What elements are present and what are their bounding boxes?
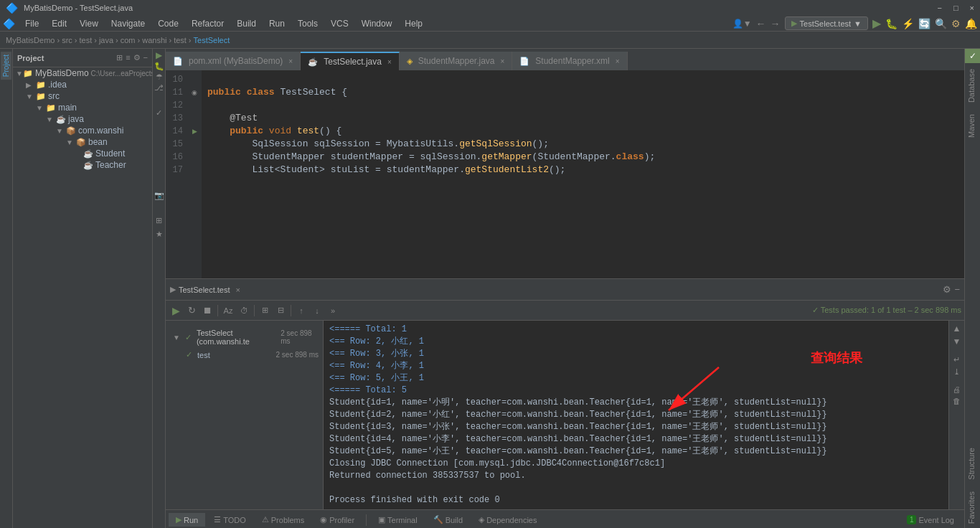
menu-build[interactable]: Build bbox=[231, 17, 262, 30]
settings-button[interactable]: ⚙ bbox=[951, 18, 961, 29]
git-sidebar-btn[interactable]: ⎇ bbox=[154, 83, 164, 93]
minimize-button[interactable]: − bbox=[937, 4, 941, 12]
search-everywhere[interactable]: 🔍 bbox=[935, 18, 947, 29]
favorites-sidebar-btn[interactable]: ★ bbox=[156, 230, 163, 239]
collapse-btn[interactable]: ⊟ bbox=[273, 306, 288, 315]
nav-back-icon[interactable]: ← bbox=[756, 18, 766, 29]
clear-btn[interactable]: 🗑 bbox=[953, 397, 961, 405]
close-button[interactable]: × bbox=[970, 4, 974, 12]
project-close-btn[interactable]: − bbox=[143, 53, 148, 62]
tab-studentmapper-java[interactable]: ◈ StudentMapper.java × bbox=[400, 52, 513, 70]
test-class-item[interactable]: ▼ ✓ TestSelect (com.wanshi.te 2 sec 898 … bbox=[166, 326, 323, 348]
expand-btn[interactable]: ⊞ bbox=[258, 306, 272, 315]
menu-refactor[interactable]: Refactor bbox=[186, 17, 230, 30]
menu-vcs[interactable]: VCS bbox=[325, 17, 354, 30]
menu-view[interactable]: View bbox=[74, 17, 104, 30]
tree-item-java[interactable]: ▼ ☕ java bbox=[13, 113, 152, 125]
menu-edit[interactable]: Edit bbox=[46, 17, 72, 30]
structure-sidebar-btn[interactable]: ⊞ bbox=[156, 216, 162, 225]
sidebar-project-icon[interactable]: Project bbox=[1, 52, 11, 80]
breadcrumb-test[interactable]: test bbox=[79, 36, 92, 44]
tree-item-bean[interactable]: ▼ 📦 bean bbox=[13, 136, 152, 148]
structure-label[interactable]: Structure bbox=[965, 442, 980, 486]
more-actions[interactable]: ⚡ bbox=[902, 18, 914, 29]
prev-fail-btn[interactable]: ↑ bbox=[294, 306, 308, 315]
run-panel-title[interactable]: TestSelect.test bbox=[179, 286, 230, 294]
database-label[interactable]: Database bbox=[965, 63, 980, 108]
tab-testselect[interactable]: ☕ TestSelect.java × bbox=[301, 52, 400, 70]
run-panel-settings-btn[interactable]: ⚙ bbox=[943, 284, 951, 295]
next-fail-btn[interactable]: ↓ bbox=[310, 306, 324, 315]
sort-duration-btn[interactable]: ⏱ bbox=[237, 306, 251, 315]
tab-close-studentmapper-xml[interactable]: × bbox=[616, 57, 620, 65]
bookmark-sidebar-btn[interactable]: 📷 bbox=[154, 191, 164, 200]
bottom-tab-build[interactable]: 🔨 Build bbox=[426, 513, 470, 527]
tree-item-idea[interactable]: ▶ 📁 .idea bbox=[13, 79, 152, 90]
bottom-tab-terminal[interactable]: ▣ Terminal bbox=[371, 513, 425, 527]
tab-pom-xml[interactable]: 📄 pom.xml (MyBatisDemo) × bbox=[166, 52, 301, 70]
tree-item-comwanshi[interactable]: ▼ 📦 com.wanshi bbox=[13, 125, 152, 136]
project-scope-btn[interactable]: ⊞ bbox=[116, 53, 123, 62]
maximize-button[interactable]: □ bbox=[953, 4, 958, 12]
tab-studentmapper-xml[interactable]: 📄 StudentMapper.xml × bbox=[512, 52, 627, 70]
stop-btn[interactable]: ⏹ bbox=[200, 305, 215, 316]
breadcrumb-testselect[interactable]: TestSelect bbox=[194, 36, 230, 44]
bottom-tab-profiler[interactable]: ◉ Profiler bbox=[313, 513, 362, 527]
nav-forward-icon[interactable]: → bbox=[771, 18, 781, 29]
notifications-button[interactable]: 🔔 bbox=[965, 18, 977, 29]
sort-alpha-btn[interactable]: Az bbox=[221, 306, 235, 315]
run-config-dropdown[interactable]: ▶ TestSelect.test ▼ bbox=[785, 16, 868, 30]
rerun-btn[interactable]: ▶ bbox=[169, 305, 183, 316]
tab-close-studentmapper-java[interactable]: × bbox=[501, 57, 505, 65]
bottom-tab-todo[interactable]: ☰ TODO bbox=[207, 513, 253, 527]
debug-button[interactable]: 🐛 bbox=[885, 18, 897, 29]
bottom-tab-dependencies[interactable]: ◈ Dependencies bbox=[471, 513, 544, 527]
bottom-tab-run[interactable]: ▶ Run bbox=[169, 513, 205, 527]
breadcrumb-java[interactable]: java bbox=[99, 36, 113, 44]
menu-help[interactable]: Help bbox=[399, 17, 428, 30]
run-sidebar-btn[interactable]: ▶ bbox=[156, 50, 162, 60]
test-method-item[interactable]: ✓ test 2 sec 898 ms bbox=[166, 348, 323, 362]
run-button[interactable]: ▶ bbox=[872, 16, 881, 30]
run-panel-close-icon[interactable]: × bbox=[236, 286, 240, 294]
tree-item-main[interactable]: ▼ 📁 main bbox=[13, 102, 152, 113]
wrap-lines-btn[interactable]: ↵ bbox=[953, 355, 960, 364]
run-panel-close-btn[interactable]: − bbox=[954, 284, 960, 295]
project-settings-btn[interactable]: ⚙ bbox=[133, 53, 141, 62]
breadcrumb-src[interactable]: src bbox=[62, 36, 72, 44]
menu-navigate[interactable]: Navigate bbox=[105, 17, 151, 30]
breadcrumb-test2[interactable]: test bbox=[174, 36, 187, 44]
scroll-up-icon[interactable]: ▲ bbox=[953, 324, 961, 334]
favorites-label[interactable]: Favorites bbox=[965, 486, 980, 528]
breadcrumb-com[interactable]: com bbox=[121, 36, 136, 44]
menu-file[interactable]: File bbox=[19, 17, 44, 30]
menu-tools[interactable]: Tools bbox=[292, 17, 324, 30]
todo-sidebar-btn[interactable]: ✓ bbox=[156, 108, 162, 118]
breadcrumb-wanshi[interactable]: wanshi bbox=[142, 36, 166, 44]
rerun-failed-btn[interactable]: ↻ bbox=[184, 305, 199, 316]
bottom-tab-problems[interactable]: ⚠ Problems bbox=[255, 513, 311, 527]
menu-window[interactable]: Window bbox=[356, 17, 398, 30]
maven-label[interactable]: Maven bbox=[965, 108, 980, 143]
vcs-icon[interactable]: 👤▼ bbox=[732, 19, 752, 29]
scroll-down-icon[interactable]: ▼ bbox=[953, 336, 961, 346]
more-btn[interactable]: » bbox=[326, 306, 340, 315]
project-collapse-btn[interactable]: ≡ bbox=[126, 53, 130, 62]
run-gutter-14[interactable]: ▶ bbox=[192, 128, 197, 135]
breadcrumb-project[interactable]: MyBatisDemo bbox=[6, 36, 55, 44]
update-button[interactable]: 🔄 bbox=[918, 18, 930, 29]
code-content[interactable]: public class TestSelect { @Test public v… bbox=[202, 70, 964, 278]
debug-sidebar-btn[interactable]: 🐛 bbox=[154, 62, 164, 71]
tree-item-src[interactable]: ▼ 📁 src bbox=[13, 90, 152, 102]
menu-code[interactable]: Code bbox=[152, 17, 184, 30]
scroll-to-end-btn[interactable]: ⤓ bbox=[953, 367, 960, 377]
tab-close-pom[interactable]: × bbox=[288, 57, 293, 65]
tab-close-testselect[interactable]: × bbox=[387, 58, 392, 66]
print-btn[interactable]: 🖨 bbox=[953, 385, 961, 394]
coverage-sidebar-btn[interactable]: ☂ bbox=[156, 72, 163, 82]
event-log-tab[interactable]: 1 Event Log bbox=[900, 513, 961, 527]
tree-item-student[interactable]: ☕ Student bbox=[13, 148, 152, 159]
menu-run[interactable]: Run bbox=[263, 17, 291, 30]
tree-item-mybatisdemo[interactable]: ▼ 📁 MyBatisDemo C:\User...eaProjects\MyB… bbox=[13, 67, 152, 79]
tree-item-teacher[interactable]: ☕ Teacher bbox=[13, 159, 152, 171]
